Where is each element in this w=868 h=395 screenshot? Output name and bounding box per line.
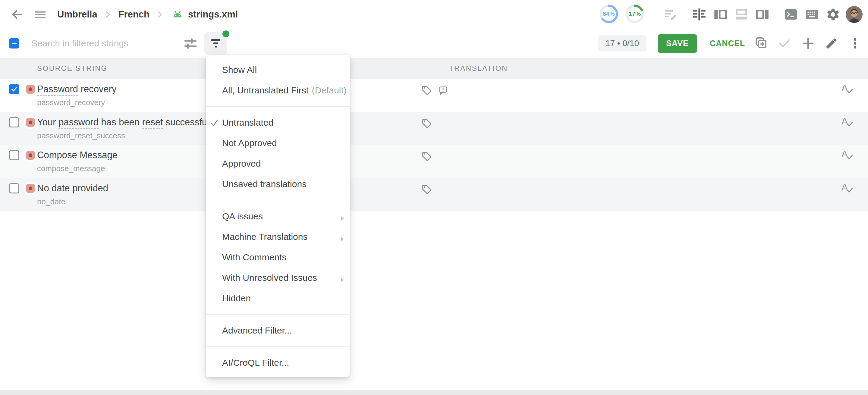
source-string-text[interactable]: No date provided xyxy=(37,183,108,194)
breadcrumb-language[interactable]: French xyxy=(119,9,150,20)
row-checkbox[interactable] xyxy=(9,84,19,94)
approve-translation-icon[interactable]: A xyxy=(841,149,853,159)
approve-translation-icon[interactable]: A xyxy=(841,83,853,93)
bottom-panel-edge xyxy=(0,391,868,395)
progress-ring: 17% xyxy=(625,4,644,24)
breadcrumb-file[interactable]: strings.xml xyxy=(188,9,238,20)
filter-menu-item[interactable]: AI/CroQL Filter... xyxy=(206,353,350,373)
untranslated-status-icon xyxy=(24,83,37,96)
tag-icon xyxy=(421,118,432,129)
left-panel-view-icon[interactable] xyxy=(712,6,729,23)
source-string-column-header: SOURCE STRING xyxy=(37,58,107,79)
menu-item-suffix: (Default) xyxy=(312,85,347,96)
tag-icon xyxy=(421,85,432,96)
filter-menu-item[interactable]: QA issues xyxy=(206,206,350,227)
table-row[interactable]: No date providedno_dateA xyxy=(0,178,868,211)
row-checkbox[interactable] xyxy=(9,117,19,127)
string-meta-icons xyxy=(421,184,432,195)
source-string-text[interactable]: Compose Message xyxy=(37,150,118,161)
translation-column-header: TRANSLATION xyxy=(449,58,508,79)
search-input[interactable] xyxy=(31,36,173,51)
string-key: compose_message xyxy=(37,164,118,173)
right-panel-view-icon[interactable] xyxy=(754,6,771,23)
translation-actions: A xyxy=(841,83,853,93)
filter-menu-item[interactable]: Advanced Filter... xyxy=(206,320,350,341)
string-counter: 17 • 0/10 xyxy=(598,35,646,52)
top-bar: Umbrella French strings.xml 64%17% xyxy=(0,0,868,29)
menu-divider xyxy=(206,347,350,347)
check-icon[interactable] xyxy=(777,36,792,51)
filter-menu-item[interactable]: Unsaved translations xyxy=(206,174,350,194)
cancel-button[interactable]: CANCEL xyxy=(710,39,745,48)
menu-divider xyxy=(206,106,350,107)
back-icon[interactable] xyxy=(8,6,25,23)
tune-icon[interactable] xyxy=(183,36,198,52)
approve-translation-icon[interactable]: A xyxy=(841,182,853,193)
table-row[interactable]: Your password has been reset successfull… xyxy=(0,112,868,145)
filter-menu-item[interactable]: Show All xyxy=(206,60,350,80)
string-meta-icons xyxy=(421,85,448,96)
string-key: password_recovery xyxy=(37,98,117,107)
string-meta-icons xyxy=(421,151,432,162)
android-icon xyxy=(170,8,184,21)
kebab-menu-icon[interactable] xyxy=(847,36,863,51)
translation-actions: A xyxy=(841,149,853,159)
chevron-right-icon xyxy=(105,10,111,19)
menu-divider xyxy=(206,200,350,200)
filter-menu-item[interactable]: With Comments xyxy=(206,247,350,268)
filter-dropdown-menu: Show AllAll, Untranslated First(Default)… xyxy=(206,55,350,377)
plus-icon[interactable] xyxy=(801,36,815,51)
translation-actions: A xyxy=(841,182,853,193)
draft-edit-icon[interactable] xyxy=(662,6,679,23)
table-header: SOURCE STRING TRANSLATION xyxy=(0,58,868,79)
filter-menu-item[interactable]: All, Untranslated First(Default) xyxy=(206,80,350,101)
filter-menu-item[interactable]: Hidden xyxy=(206,288,350,308)
filter-menu-item[interactable]: Not Approved xyxy=(206,133,350,153)
filter-menu-item[interactable]: Untranslated xyxy=(206,112,350,133)
untranslated-status-icon xyxy=(24,116,37,129)
submenu-arrow-icon xyxy=(340,213,345,224)
approve-translation-icon[interactable]: A xyxy=(841,116,853,127)
menu-divider xyxy=(206,314,350,315)
pencil-icon[interactable] xyxy=(824,36,839,51)
filter-active-badge xyxy=(222,30,229,37)
select-all-checkbox[interactable] xyxy=(9,38,19,48)
string-key: password_reset_success xyxy=(37,131,216,140)
filter-menu-item[interactable]: Machine Translations xyxy=(206,227,350,247)
source-string-text[interactable]: Password recovery xyxy=(37,84,117,95)
keyboard-icon[interactable] xyxy=(804,6,820,23)
string-meta-icons xyxy=(421,118,432,129)
duplicate-icon[interactable] xyxy=(753,36,769,51)
user-avatar[interactable] xyxy=(846,6,863,23)
editor-toolbar: 17 • 0/10 SAVE CANCEL xyxy=(0,29,868,58)
string-list: Password recoverypassword_recoveryAYour … xyxy=(0,79,868,211)
console-icon[interactable] xyxy=(782,6,799,23)
row-checkbox[interactable] xyxy=(9,150,19,160)
submenu-arrow-icon xyxy=(340,275,345,285)
settings-gear-icon[interactable] xyxy=(825,6,841,23)
submenu-arrow-icon xyxy=(340,234,345,244)
filter-icon[interactable] xyxy=(204,32,227,55)
progress-ring: 64% xyxy=(599,4,618,24)
check-icon xyxy=(210,119,219,130)
breadcrumb-project[interactable]: Umbrella xyxy=(57,9,97,20)
progress-rings: 64%17% xyxy=(599,4,651,25)
untranslated-status-icon xyxy=(24,182,37,195)
comment-issue-icon xyxy=(438,85,448,96)
side-by-side-view-icon[interactable] xyxy=(691,6,708,23)
untranslated-status-icon xyxy=(24,149,37,162)
table-row[interactable]: Password recoverypassword_recoveryA xyxy=(0,79,868,112)
source-string-text[interactable]: Your password has been reset successfull… xyxy=(37,117,216,128)
filter-menu-item[interactable]: With Unresolved Issues xyxy=(206,268,350,288)
tag-icon xyxy=(421,151,432,162)
tag-icon xyxy=(421,184,432,195)
breadcrumb: Umbrella French strings.xml xyxy=(57,8,238,21)
row-checkbox[interactable] xyxy=(9,183,19,193)
chevron-right-icon xyxy=(157,10,163,19)
table-row[interactable]: Compose Messagecompose_messageA xyxy=(0,145,868,178)
string-key: no_date xyxy=(37,197,108,206)
hamburger-menu-icon[interactable] xyxy=(32,6,49,23)
filter-menu-item[interactable]: Approved xyxy=(206,153,350,174)
bottom-panel-view-icon[interactable] xyxy=(733,6,750,23)
save-button[interactable]: SAVE xyxy=(658,34,697,53)
